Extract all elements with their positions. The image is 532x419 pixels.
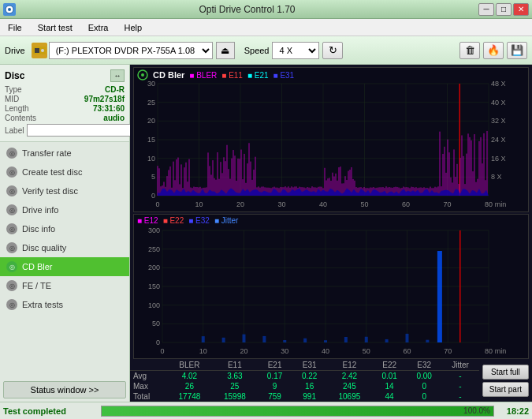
menu-extra[interactable]: Extra — [84, 21, 113, 34]
total-label: Total — [130, 391, 167, 402]
sidebar-nav: ◎ Transfer rate ◎ Create test disc ◎ Ver… — [0, 142, 129, 378]
app-icon — [3, 3, 16, 16]
verify-test-disc-icon: ◎ — [6, 185, 17, 196]
sidebar-item-drive-info[interactable]: ◎ Drive info — [0, 200, 129, 219]
title-bar: Opti Drive Control 1.70 ─ □ ✕ — [0, 0, 532, 19]
svg-rect-3 — [35, 48, 39, 53]
max-jitter: - — [441, 381, 479, 391]
bottom-chart: ■ E12 ■ E22 ■ E32 ■ Jitter — [133, 214, 529, 359]
mid-value: 97m27s18f — [84, 95, 125, 103]
menu-file[interactable]: File — [3, 21, 27, 34]
maximize-button[interactable]: □ — [496, 3, 512, 16]
top-chart-canvas — [134, 68, 528, 211]
type-label: Type — [5, 85, 22, 94]
table-row: Total 17748 15998 759 991 10695 44 0 - — [130, 391, 479, 402]
avg-e22: 0.01 — [372, 371, 407, 382]
verify-test-disc-label: Verify test disc — [22, 186, 78, 196]
progress-bar — [102, 406, 493, 416]
drive-select[interactable]: (F:) PLEXTOR DVDR PX-755A 1.08 — [49, 42, 213, 59]
status-text: Test completed — [3, 406, 98, 416]
cd-bler-chart-icon — [137, 69, 148, 80]
legend-bler: ■ BLER — [189, 71, 217, 80]
disc-panel: Disc ↔ Type CD-R MID 97m27s18f Length 73… — [0, 65, 129, 142]
svg-point-6 — [141, 73, 144, 77]
avg-jitter: - — [441, 371, 479, 382]
menu-help[interactable]: Help — [119, 21, 147, 34]
burn-button[interactable]: 🔥 — [483, 42, 504, 59]
col-e22: E22 — [372, 360, 407, 371]
toolbar: Drive (F:) PLEXTOR DVDR PX-755A 1.08 ⏏ S… — [0, 36, 532, 65]
table-row: Max 26 25 9 16 245 14 0 - — [130, 381, 479, 391]
top-chart: CD Bler ■ BLER ■ E11 ■ E21 ■ E31 — [133, 67, 529, 212]
fe-te-icon: ◎ — [6, 280, 17, 291]
col-e31: E31 — [292, 360, 327, 371]
contents-value: audio — [103, 114, 125, 122]
speed-select[interactable]: 4 X — [272, 42, 319, 59]
avg-e31: 0.22 — [292, 371, 327, 382]
save-button[interactable]: 💾 — [507, 42, 527, 59]
sidebar-item-transfer-rate[interactable]: ◎ Transfer rate — [0, 144, 129, 163]
col-e21: E21 — [258, 360, 292, 371]
transfer-rate-label: Transfer rate — [22, 148, 72, 158]
action-buttons: Start full Start part — [479, 360, 532, 402]
refresh-button[interactable]: ↻ — [322, 42, 343, 59]
eject-button[interactable]: ⏏ — [216, 42, 235, 59]
max-e21: 9 — [258, 381, 292, 391]
sidebar-item-disc-quality[interactable]: ◎ Disc quality — [0, 238, 129, 257]
cd-bler-label: CD Bler — [22, 262, 53, 271]
col-jitter: Jitter — [441, 360, 479, 371]
total-e32: 0 — [407, 391, 441, 402]
stats-row: BLER E11 E21 E31 E12 E22 E32 Jitter Avg — [130, 360, 532, 402]
disc-info-label: Disc info — [22, 224, 55, 234]
legend-e32: ■ E32 — [188, 216, 210, 225]
length-value: 73:31:60 — [93, 104, 125, 113]
total-jitter: - — [441, 391, 479, 402]
legend-jitter: ■ Jitter — [214, 216, 239, 225]
app-title: Opti Drive Control 1.70 — [16, 4, 478, 15]
col-e32: E32 — [407, 360, 441, 371]
speed-label: Speed — [244, 46, 270, 55]
max-e22: 14 — [372, 381, 407, 391]
sidebar-item-cd-bler[interactable]: ◎ CD Bler — [0, 257, 129, 276]
menu-bar: File Start test Extra Help — [0, 19, 532, 36]
legend-e31: ■ E31 — [273, 71, 295, 80]
drive-label: Drive — [5, 46, 25, 55]
stats-table: BLER E11 E21 E31 E12 E22 E32 Jitter Avg — [130, 360, 479, 402]
bottom-chart-canvas — [134, 215, 528, 358]
close-button[interactable]: ✕ — [513, 3, 529, 16]
legend-e21: ■ E21 — [247, 71, 269, 80]
total-e12: 10695 — [327, 391, 372, 402]
status-window-button[interactable]: Status window >> — [3, 381, 126, 398]
start-full-button[interactable]: Start full — [482, 365, 529, 380]
menu-start-test[interactable]: Start test — [33, 21, 77, 34]
col-e11: E11 — [212, 360, 257, 371]
avg-e12: 2.42 — [327, 371, 372, 382]
legend-e11: ■ E11 — [221, 71, 243, 80]
sidebar-item-disc-info[interactable]: ◎ Disc info — [0, 219, 129, 238]
table-row: Avg 4.02 3.63 0.17 0.22 2.42 0.01 0.00 - — [130, 371, 479, 382]
sidebar-item-extra-tests[interactable]: ◎ Extra tests — [0, 295, 129, 314]
start-part-button[interactable]: Start part — [482, 382, 529, 397]
svg-point-4 — [41, 49, 44, 52]
cd-bler-icon: ◎ — [6, 261, 17, 272]
disc-info-icon: ◎ — [6, 223, 17, 234]
disc-quality-label: Disc quality — [22, 243, 66, 253]
progress-bar-container: 100.0% — [101, 406, 494, 417]
sidebar-item-fe-te[interactable]: ◎ FE / TE — [0, 276, 129, 295]
minimize-button[interactable]: ─ — [478, 3, 494, 16]
label-field-label: Label — [5, 126, 24, 135]
legend-e22: ■ E22 — [163, 216, 184, 225]
total-e21: 759 — [258, 391, 292, 402]
sidebar-item-verify-test-disc[interactable]: ◎ Verify test disc — [0, 181, 129, 200]
erase-button[interactable]: 🗑 — [459, 42, 480, 59]
mid-label: MID — [5, 95, 19, 103]
sidebar-item-create-test-disc[interactable]: ◎ Create test disc — [0, 163, 129, 181]
disc-refresh-button[interactable]: ↔ — [110, 69, 125, 82]
drive-icon — [32, 43, 47, 58]
content-area: CD Bler ■ BLER ■ E11 ■ E21 ■ E31 ■ E12 ■… — [130, 65, 532, 402]
extra-tests-label: Extra tests — [22, 300, 63, 309]
avg-e11: 3.63 — [212, 371, 257, 382]
label-input[interactable] — [27, 124, 132, 137]
create-test-disc-icon: ◎ — [6, 166, 17, 178]
drive-info-icon: ◎ — [6, 204, 17, 215]
